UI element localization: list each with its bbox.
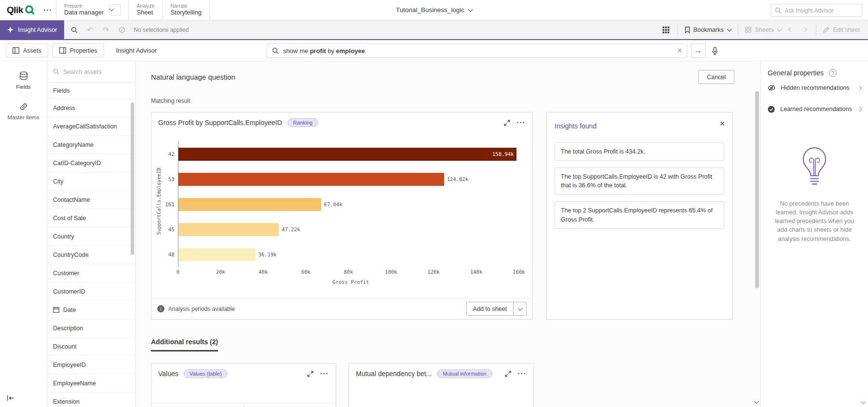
add-to-sheet-button[interactable]: Add to sheet <box>466 302 527 316</box>
expand-chart-button[interactable] <box>504 120 510 126</box>
field-item[interactable]: EmployeeID <box>47 355 135 374</box>
search-assets-input[interactable]: Search assets <box>47 61 135 83</box>
scroll-down-icon[interactable] <box>861 399 866 404</box>
field-item[interactable]: Cost of Sale <box>47 209 135 227</box>
smart-search-button[interactable] <box>67 23 81 37</box>
nav-analyze[interactable]: Analyze Sheet <box>128 0 162 20</box>
undo-icon: ↶ <box>87 26 94 34</box>
sheets-button[interactable]: Sheets <box>743 27 784 33</box>
chart-menu-button[interactable]: ··· <box>518 370 527 378</box>
field-item[interactable]: EmployeeName <box>47 374 135 392</box>
bar[interactable] <box>178 248 256 261</box>
qlik-logo-q-icon <box>25 5 35 15</box>
insight-advisor-header: Assets Properties Insight Advisor show m… <box>0 40 868 61</box>
lightbulb-illustration <box>768 144 861 187</box>
divider <box>816 25 816 35</box>
chart-card-actions: ··· <box>504 119 526 126</box>
field-item[interactable]: CategoryName <box>47 135 135 154</box>
field-item[interactable]: Date <box>47 300 135 319</box>
ask-insight-advisor-input[interactable]: Ask Insight Advisor <box>771 4 862 17</box>
field-item[interactable]: CustomerID <box>47 282 135 300</box>
expand-chart-button[interactable] <box>505 371 511 377</box>
sheets-label: Sheets <box>755 27 773 33</box>
collapse-panel-button[interactable] <box>7 395 14 401</box>
y-tick-label: 45 <box>162 217 178 242</box>
expand-icon <box>307 371 313 377</box>
field-item[interactable]: Description <box>47 319 135 337</box>
app-title-text: Tutorial_Business_logic <box>396 6 464 14</box>
search-icon <box>53 69 59 75</box>
bar[interactable] <box>178 173 444 186</box>
hidden-recommendations-item[interactable]: Hidden recommendations <box>768 78 861 98</box>
clear-selections-button[interactable] <box>115 23 129 37</box>
field-item[interactable]: CountryCode <box>47 245 135 264</box>
rail-fields-tab[interactable]: Fields <box>0 65 47 96</box>
edit-sheet-button[interactable]: Edit sheet <box>821 27 862 33</box>
nav-narrate-text: Narrate Storytelling <box>171 3 202 17</box>
field-item[interactable]: ContactName <box>47 190 135 209</box>
properties-toggle-button[interactable]: Properties <box>53 43 104 57</box>
field-item[interactable]: Country <box>47 227 135 245</box>
chevron-left-icon <box>788 28 793 32</box>
bar-row: 36.19k <box>178 242 519 267</box>
cancel-button[interactable]: Cancel <box>698 70 734 84</box>
insight-item[interactable]: The top SupportCalls.EmployeeID is 42 wi… <box>555 168 724 195</box>
chart-card-header: Gross Profit by SupportCalls.EmployeeID … <box>151 112 532 133</box>
assets-toggle-button[interactable]: Assets <box>6 43 48 57</box>
learned-recommendations-item[interactable]: Learned recommendations <box>768 99 861 119</box>
next-sheet-button[interactable] <box>798 23 812 37</box>
chart-menu-button[interactable]: ··· <box>320 370 329 378</box>
field-item[interactable]: Extension <box>47 392 135 407</box>
clear-search-button[interactable]: × <box>678 47 682 55</box>
bar[interactable] <box>178 198 321 211</box>
bookmarks-button[interactable]: Bookmarks <box>682 27 734 33</box>
field-item[interactable]: City <box>47 172 135 190</box>
field-label: CountryCode <box>53 252 89 258</box>
field-item[interactable]: CatID-CategoryID <box>47 154 135 172</box>
qlik-logo-text: Qlik <box>7 5 23 15</box>
bar-value-label: 36.19k <box>258 252 277 257</box>
assets-scrollbar[interactable] <box>131 102 134 255</box>
values-card: Values Values (table) ··· Supp <box>151 363 336 407</box>
field-item[interactable]: Address <box>47 98 135 117</box>
bar-value-label: 47.22k <box>282 226 300 232</box>
fields-section-header[interactable]: Fields <box>47 83 135 98</box>
global-menu-button[interactable]: ··· <box>40 0 56 20</box>
values-column-employeeid[interactable]: SupportCalls.EmployeeID <box>151 403 244 407</box>
rail-master-items-tab[interactable]: Master items <box>0 96 47 126</box>
help-icon[interactable]: ? <box>829 69 837 77</box>
values-column-gross-profit[interactable]: Gross Profit <box>244 403 336 407</box>
bar[interactable] <box>178 223 279 236</box>
data-manager-dropdown-button[interactable] <box>109 4 121 15</box>
main-scrollbar[interactable] <box>755 91 759 288</box>
chart-menu-button[interactable]: ··· <box>517 119 526 126</box>
close-insights-button[interactable]: × <box>719 119 725 128</box>
nav-prepare[interactable]: Prepare Data manager <box>56 0 128 20</box>
bar-value-label: 124.82k <box>447 176 468 182</box>
previous-sheet-button[interactable] <box>784 23 798 37</box>
left-icon-rail: Fields Master items <box>0 61 47 407</box>
insight-item[interactable]: The top 2 SupportCalls.EmployeeID repres… <box>555 201 724 228</box>
field-label: Customer <box>53 270 79 277</box>
nav-narrate[interactable]: Narrate Storytelling <box>163 0 210 20</box>
chevron-down-icon <box>468 7 473 12</box>
expand-chart-button[interactable] <box>307 371 313 377</box>
field-item[interactable]: AverageCallSatisfaction <box>47 117 135 135</box>
microphone-button[interactable] <box>707 43 722 58</box>
y-tick-label: 42 <box>162 141 178 167</box>
field-label: EmployeeName <box>53 380 96 387</box>
app-overview-button[interactable] <box>659 23 673 37</box>
nl-question-input[interactable]: show me profit by employee × <box>267 43 687 58</box>
submit-question-button[interactable]: → <box>691 43 705 58</box>
app-title[interactable]: Tutorial_Business_logic <box>396 0 472 20</box>
field-item[interactable]: Discount <box>47 337 135 355</box>
insight-advisor-button[interactable]: Insight Advisor <box>0 20 64 39</box>
insight-item[interactable]: The total Gross Profit is 434.2k. <box>555 142 724 161</box>
field-item[interactable]: Customer <box>47 264 135 282</box>
selections-back-button[interactable]: ↶ <box>83 23 97 37</box>
bar[interactable]: 158.94k <box>178 148 516 161</box>
tab-additional-results[interactable]: Additional results (2) <box>151 338 218 351</box>
add-to-sheet-dropdown[interactable] <box>513 302 526 315</box>
x-tick-label: 140k <box>470 269 482 275</box>
selections-forward-button[interactable]: ↷ <box>99 23 113 37</box>
